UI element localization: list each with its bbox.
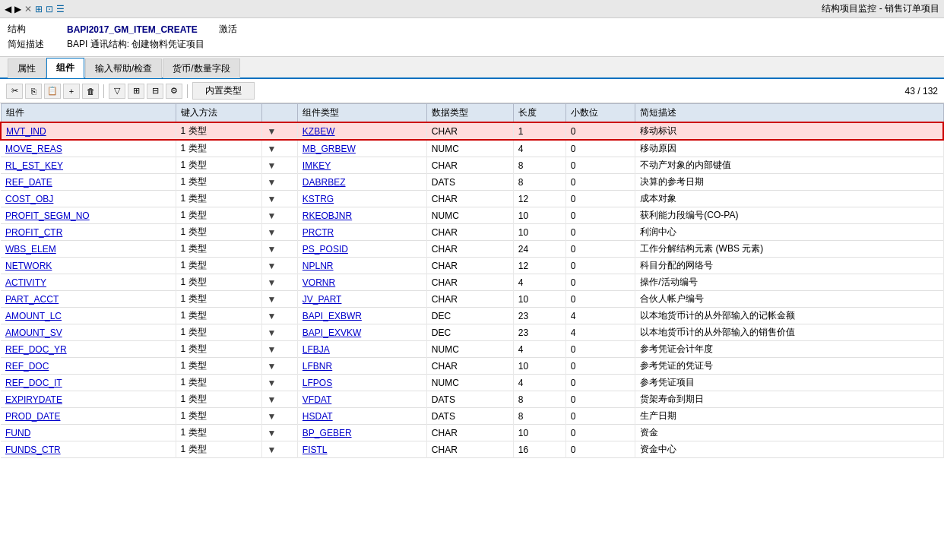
counter-display: 43 / 132 <box>905 86 938 96</box>
status-value: 激活 <box>219 23 237 36</box>
table-row: AMOUNT_LC1 类型▼BAPI_EXBWRDEC234以本地货币计的从外部… <box>1 308 943 324</box>
toolbar-icon-4[interactable]: ☰ <box>56 4 65 14</box>
forward-icon[interactable]: ▶ <box>14 4 21 14</box>
cell-description: 不动产对象的内部键值 <box>635 157 943 174</box>
cell-component[interactable]: PROFIT_SEGM_NO <box>1 207 176 224</box>
cell-arrow[interactable]: ▼ <box>262 324 297 341</box>
cell-comp-type[interactable]: LFBJA <box>297 341 426 358</box>
settings-button[interactable]: ⚙ <box>166 84 182 99</box>
cell-arrow[interactable]: ▼ <box>262 122 297 140</box>
cell-arrow[interactable]: ▼ <box>262 425 297 441</box>
cell-arrow[interactable]: ▼ <box>262 258 297 274</box>
cell-comp-type[interactable]: JV_PART <box>297 291 426 308</box>
cell-component[interactable]: REF_DOC <box>1 358 176 375</box>
tab-properties[interactable]: 属性 <box>8 59 46 78</box>
cell-arrow[interactable]: ▼ <box>262 191 297 207</box>
cell-length: 12 <box>513 258 565 274</box>
cell-length: 8 <box>513 408 565 425</box>
cell-component[interactable]: PROD_DATE <box>1 408 176 425</box>
cell-component[interactable]: COST_OBJ <box>1 191 176 207</box>
cell-component[interactable]: AMOUNT_SV <box>1 324 176 341</box>
copy-button[interactable]: ⎘ <box>25 84 42 99</box>
cell-component[interactable]: MVT_IND <box>1 122 176 140</box>
paste-button[interactable]: 📋 <box>44 84 61 99</box>
tab-components[interactable]: 组件 <box>46 58 84 78</box>
cell-arrow[interactable]: ▼ <box>262 291 297 308</box>
cell-arrow[interactable]: ▼ <box>262 391 297 408</box>
cut-button[interactable]: ✂ <box>6 84 23 99</box>
cell-comp-type[interactable]: BAPI_EXVKW <box>297 324 426 341</box>
cell-key-method: 1 类型 <box>176 291 262 308</box>
cell-comp-type[interactable]: DABRBEZ <box>297 174 426 191</box>
cell-arrow[interactable]: ▼ <box>262 358 297 375</box>
cell-arrow[interactable]: ▼ <box>262 207 297 224</box>
cell-arrow[interactable]: ▼ <box>262 308 297 324</box>
cell-comp-type[interactable]: FISTL <box>297 441 426 458</box>
cell-arrow[interactable]: ▼ <box>262 224 297 241</box>
toolbar-icon-1[interactable]: ✕ <box>24 4 32 14</box>
cell-arrow[interactable]: ▼ <box>262 441 297 458</box>
cell-component[interactable]: REF_DOC_IT <box>1 375 176 391</box>
cell-key-method: 1 类型 <box>176 341 262 358</box>
cell-key-method: 1 类型 <box>176 358 262 375</box>
cell-component[interactable]: REF_DATE <box>1 174 176 191</box>
cell-arrow[interactable]: ▼ <box>262 174 297 191</box>
insert-button[interactable]: + <box>63 84 80 99</box>
cell-decimals: 0 <box>565 207 635 224</box>
cell-description: 移动原因 <box>635 140 943 157</box>
back-icon[interactable]: ◀ <box>5 4 11 14</box>
cell-component[interactable]: WBS_ELEM <box>1 241 176 258</box>
cell-component[interactable]: NETWORK <box>1 258 176 274</box>
cell-arrow[interactable]: ▼ <box>262 157 297 174</box>
cell-arrow[interactable]: ▼ <box>262 408 297 425</box>
expand-button[interactable]: ⊟ <box>147 84 163 99</box>
cell-decimals: 0 <box>565 140 635 157</box>
cell-decimals: 0 <box>565 174 635 191</box>
cell-component[interactable]: ACTIVITY <box>1 274 176 291</box>
cell-component[interactable]: FUND <box>1 425 176 441</box>
cell-arrow[interactable]: ▼ <box>262 241 297 258</box>
cell-comp-type[interactable]: RKEOBJNR <box>297 207 426 224</box>
cell-component[interactable]: AMOUNT_LC <box>1 308 176 324</box>
cell-component[interactable]: REF_DOC_YR <box>1 341 176 358</box>
cell-comp-type[interactable]: LFPOS <box>297 375 426 391</box>
table-body: MVT_IND1 类型▼KZBEWCHAR10移动标识MOVE_REAS1 类型… <box>1 122 943 458</box>
cell-comp-type[interactable]: KZBEW <box>297 122 426 140</box>
cell-component[interactable]: RL_EST_KEY <box>1 157 176 174</box>
table-row: EXPIRYDATE1 类型▼VFDATDATS80货架寿命到期日 <box>1 391 943 408</box>
cell-arrow[interactable]: ▼ <box>262 274 297 291</box>
cell-comp-type[interactable]: NPLNR <box>297 258 426 274</box>
cell-decimals: 0 <box>565 157 635 174</box>
cell-comp-type[interactable]: MB_GRBEW <box>297 140 426 157</box>
cell-component[interactable]: MOVE_REAS <box>1 140 176 157</box>
cell-data-type: CHAR <box>426 157 513 174</box>
data-table: 组件 键入方法 组件类型 数据类型 长度 小数位 简短描述 MVT_IND1 类… <box>0 103 944 458</box>
cell-component[interactable]: FUNDS_CTR <box>1 441 176 458</box>
cell-comp-type[interactable]: VORNR <box>297 274 426 291</box>
toolbar-icon-2[interactable]: ⊞ <box>35 4 43 14</box>
cell-key-method: 1 类型 <box>176 157 262 174</box>
cell-comp-type[interactable]: KSTRG <box>297 191 426 207</box>
cell-component[interactable]: EXPIRYDATE <box>1 391 176 408</box>
cell-component[interactable]: PROFIT_CTR <box>1 224 176 241</box>
cell-arrow[interactable]: ▼ <box>262 341 297 358</box>
cell-comp-type[interactable]: LFBNR <box>297 358 426 375</box>
builtin-type-button[interactable]: 内置类型 <box>192 82 255 100</box>
view-button[interactable]: ⊞ <box>128 84 144 99</box>
tab-input-help[interactable]: 输入帮助/检查 <box>85 59 162 78</box>
cell-arrow[interactable]: ▼ <box>262 140 297 157</box>
structure-row: 结构 BAPI2017_GM_ITEM_CREATE 激活 <box>8 23 936 36</box>
cell-comp-type[interactable]: PS_POSID <box>297 241 426 258</box>
tab-currency-fields[interactable]: 货币/数量字段 <box>163 59 239 78</box>
cell-comp-type[interactable]: HSDAT <box>297 408 426 425</box>
toolbar-icon-3[interactable]: ⊡ <box>46 4 53 14</box>
cell-arrow[interactable]: ▼ <box>262 375 297 391</box>
cell-comp-type[interactable]: PRCTR <box>297 224 426 241</box>
cell-comp-type[interactable]: BAPI_EXBWR <box>297 308 426 324</box>
cell-component[interactable]: PART_ACCT <box>1 291 176 308</box>
cell-comp-type[interactable]: BP_GEBER <box>297 425 426 441</box>
delete-button[interactable]: 🗑 <box>82 84 99 99</box>
cell-comp-type[interactable]: VFDAT <box>297 391 426 408</box>
filter-button[interactable]: ▽ <box>109 84 125 99</box>
cell-comp-type[interactable]: IMKEY <box>297 157 426 174</box>
